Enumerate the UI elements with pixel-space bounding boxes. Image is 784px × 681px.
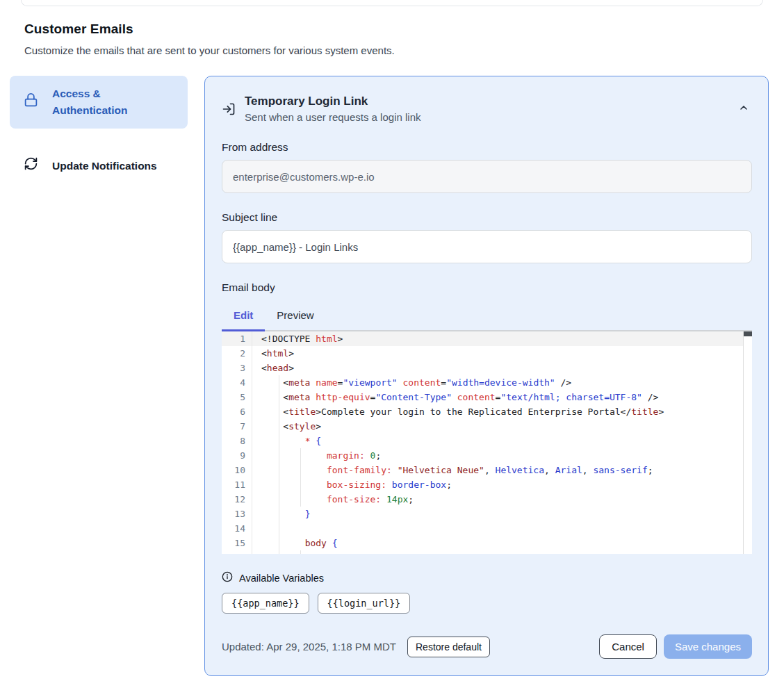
email-settings-panel: Temporary Login Link Sent when a user re… — [204, 76, 769, 676]
code-line-content[interactable]: <!DOCTYPE html> — [252, 331, 752, 346]
line-number: 3 — [222, 361, 252, 375]
panel-subtitle: Sent when a user requests a login link — [245, 111, 420, 123]
collapse-button[interactable] — [735, 99, 752, 118]
indent-guide — [300, 463, 301, 477]
code-line[interactable]: 5 <meta http-equiv="Content-Type" conten… — [222, 390, 752, 404]
indent-guide — [279, 390, 279, 404]
subject-line-label: Subject line — [222, 211, 752, 224]
line-number: 9 — [222, 448, 252, 463]
code-line-content[interactable]: <meta http-equiv="Content-Type" content=… — [252, 390, 752, 404]
code-line-content[interactable]: <meta name="viewport" content="width=dev… — [252, 375, 752, 390]
indent-guide — [300, 550, 301, 554]
save-changes-button[interactable]: Save changes — [664, 634, 752, 659]
indent-guide — [279, 419, 279, 434]
page-description: Customize the emails that are sent to yo… — [24, 44, 760, 56]
line-number: 8 — [222, 434, 252, 448]
code-line[interactable]: 15 body { — [222, 536, 752, 550]
code-line[interactable]: 6 <title>Complete your login to the Repl… — [222, 404, 752, 419]
code-lines: 1<!DOCTYPE html>2<html>3<head>4 <meta na… — [222, 331, 752, 554]
indent-guide — [300, 477, 301, 492]
code-line-content[interactable]: margin: 0; — [252, 448, 752, 463]
line-number: 16 — [222, 550, 252, 554]
code-line-content[interactable]: font-family: "Helvetica Neue", Helvetica… — [252, 463, 752, 477]
line-number: 15 — [222, 536, 252, 550]
sidebar-item-label: Update Notifications — [52, 158, 157, 174]
updated-timestamp: Updated: Apr 29, 2025, 1:18 PM MDT — [222, 641, 396, 653]
indent-guide — [279, 492, 279, 507]
tab-edit[interactable]: Edit — [222, 300, 265, 330]
available-variables-header: Available Variables — [222, 571, 752, 585]
indent-guide — [279, 550, 279, 554]
sidebar: Access & Authentication Update Notificat… — [10, 76, 188, 186]
indent-guide — [300, 492, 301, 507]
lock-icon — [24, 92, 38, 112]
code-line[interactable]: 2<html> — [222, 346, 752, 361]
code-editor[interactable]: 1<!DOCTYPE html>2<html>3<head>4 <meta na… — [222, 330, 752, 554]
indent-guide — [300, 448, 301, 463]
code-line[interactable]: 14 — [222, 521, 752, 536]
code-line[interactable]: 1<!DOCTYPE html> — [222, 331, 752, 346]
variable-chip-login-url[interactable]: {{login_url}} — [318, 593, 411, 614]
refresh-icon — [24, 156, 38, 176]
cancel-button[interactable]: Cancel — [599, 634, 657, 659]
page-header: Customer Emails Customize the emails tha… — [24, 22, 760, 56]
content-area: Access & Authentication Update Notificat… — [10, 76, 769, 676]
tab-preview[interactable]: Preview — [265, 300, 325, 330]
code-line-content[interactable]: box-sizing: border-box; — [252, 477, 752, 492]
sidebar-item-label: Access & Authentication — [52, 85, 177, 119]
email-body-tabs: Edit Preview — [222, 300, 752, 330]
code-line[interactable]: 12 font-size: 14px; — [222, 492, 752, 507]
panel-header: Temporary Login Link Sent when a user re… — [222, 95, 752, 123]
line-number: 4 — [222, 375, 252, 390]
previous-card-bottom-edge — [21, 0, 763, 6]
indent-guide — [279, 404, 279, 419]
line-number: 5 — [222, 390, 252, 404]
indent-guide — [279, 434, 279, 448]
code-line-content[interactable]: <head> — [252, 361, 752, 375]
indent-guide — [279, 448, 279, 463]
subject-line-field[interactable] — [222, 230, 752, 263]
code-line[interactable]: 4 <meta name="viewport" content="width=d… — [222, 375, 752, 390]
code-line[interactable]: 7 <style> — [222, 419, 752, 434]
line-number: 10 — [222, 463, 252, 477]
chevron-up-icon — [738, 105, 749, 115]
line-number: 12 — [222, 492, 252, 507]
code-line-content[interactable]: <style> — [252, 419, 752, 434]
available-variables-label: Available Variables — [239, 573, 324, 584]
line-number: 2 — [222, 346, 252, 361]
indent-guide — [279, 536, 279, 550]
sidebar-item-update-notifications[interactable]: Update Notifications — [10, 147, 188, 186]
code-line-content[interactable]: * { — [252, 434, 752, 448]
panel-footer: Updated: Apr 29, 2025, 1:18 PM MDT Resto… — [222, 634, 752, 659]
from-address-field[interactable] — [222, 160, 752, 193]
code-line[interactable]: 8 * { — [222, 434, 752, 448]
panel-title: Temporary Login Link — [245, 95, 420, 108]
line-number: 13 — [222, 507, 252, 521]
indent-guide — [279, 507, 279, 521]
code-line[interactable]: 13 } — [222, 507, 752, 521]
code-line-content[interactable]: background-color: #f7f7f7; — [252, 550, 752, 554]
line-number: 6 — [222, 404, 252, 419]
page-title: Customer Emails — [24, 22, 760, 37]
code-line-content[interactable]: <html> — [252, 346, 752, 361]
code-line[interactable]: 10 font-family: "Helvetica Neue", Helvet… — [222, 463, 752, 477]
code-line-content[interactable]: } — [252, 507, 752, 521]
code-line-content[interactable]: <title>Complete your login to the Replic… — [252, 404, 752, 419]
restore-default-button[interactable]: Restore default — [407, 637, 490, 657]
info-icon — [222, 571, 233, 585]
code-line-content[interactable]: body { — [252, 536, 752, 550]
editor-scrollbar-thumb[interactable] — [744, 331, 752, 336]
indent-guide — [279, 375, 279, 390]
code-line[interactable]: 9 margin: 0; — [222, 448, 752, 463]
line-number: 7 — [222, 419, 252, 434]
code-line[interactable]: 11 box-sizing: border-box; — [222, 477, 752, 492]
variable-chip-app-name[interactable]: {{app_name}} — [222, 593, 309, 614]
code-line-content[interactable] — [252, 521, 752, 536]
editor-scrollbar[interactable] — [743, 331, 752, 554]
code-line[interactable]: 16 background-color: #f7f7f7; — [222, 550, 752, 554]
sidebar-item-access-authentication[interactable]: Access & Authentication — [10, 76, 188, 129]
code-line-content[interactable]: font-size: 14px; — [252, 492, 752, 507]
code-line[interactable]: 3<head> — [222, 361, 752, 375]
email-body-label: Email body — [222, 281, 752, 294]
indent-guide — [279, 463, 279, 477]
